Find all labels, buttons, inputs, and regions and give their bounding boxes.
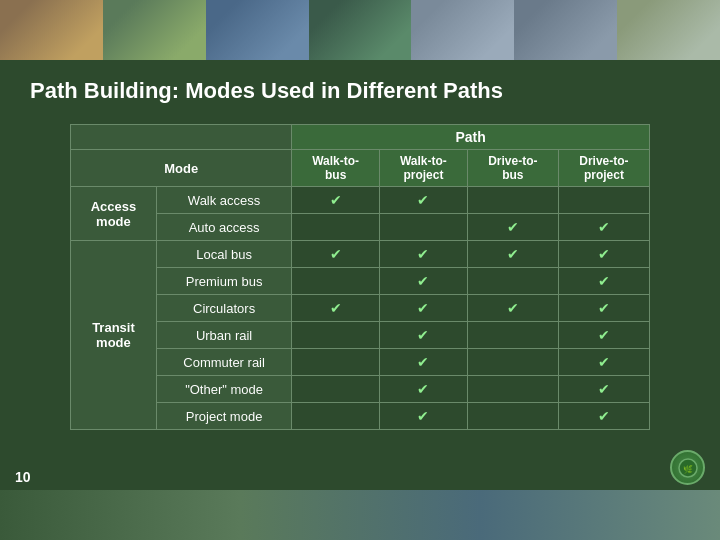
main-container: Path Building: Modes Used in Different P…: [0, 0, 720, 540]
cell-pm-3: [467, 403, 558, 430]
cell-ci-2: ✔: [380, 295, 468, 322]
table-row: Transitmode Local bus ✔ ✔ ✔ ✔: [71, 241, 650, 268]
cell-cr-3: [467, 349, 558, 376]
cell-ur-3: [467, 322, 558, 349]
table-row: Premium bus ✔ ✔: [71, 268, 650, 295]
transit-mode-label: Transitmode: [71, 241, 157, 430]
bottom-photo-strip: [0, 490, 720, 540]
cell-ur-4: ✔: [558, 322, 649, 349]
access-mode-label: Accessmode: [71, 187, 157, 241]
table-row: Circulators ✔ ✔ ✔ ✔: [71, 295, 650, 322]
cell-aa-1: [292, 214, 380, 241]
main-content: Path Building: Modes Used in Different P…: [0, 60, 720, 490]
photo-4: [309, 0, 412, 60]
cell-aa-3: ✔: [467, 214, 558, 241]
urban-rail-label: Urban rail: [156, 322, 291, 349]
cell-ur-1: [292, 322, 380, 349]
cell-ci-1: ✔: [292, 295, 380, 322]
cell-pb-3: [467, 268, 558, 295]
table-row: "Other" mode ✔ ✔: [71, 376, 650, 403]
auto-access-label: Auto access: [156, 214, 291, 241]
modes-table: Path Mode Walk-to-bus Walk-to-project Dr…: [70, 124, 650, 430]
photo-7: [617, 0, 720, 60]
walk-access-label: Walk access: [156, 187, 291, 214]
col-header-2: Walk-to-project: [380, 150, 468, 187]
cell-pm-1: [292, 403, 380, 430]
cell-cr-4: ✔: [558, 349, 649, 376]
premium-bus-label: Premium bus: [156, 268, 291, 295]
path-header: Path: [292, 125, 650, 150]
cell-wa-4: [558, 187, 649, 214]
table-row: Auto access ✔ ✔: [71, 214, 650, 241]
photo-5: [411, 0, 514, 60]
other-mode-label: "Other" mode: [156, 376, 291, 403]
cell-om-2: ✔: [380, 376, 468, 403]
cell-pb-1: [292, 268, 380, 295]
cell-lb-1: ✔: [292, 241, 380, 268]
table-container: Path Mode Walk-to-bus Walk-to-project Dr…: [30, 124, 690, 430]
col-header-1: Walk-to-bus: [292, 150, 380, 187]
cell-om-3: [467, 376, 558, 403]
cell-pm-4: ✔: [558, 403, 649, 430]
local-bus-label: Local bus: [156, 241, 291, 268]
cell-lb-4: ✔: [558, 241, 649, 268]
cell-pm-2: ✔: [380, 403, 468, 430]
cell-aa-4: ✔: [558, 214, 649, 241]
project-mode-label: Project mode: [156, 403, 291, 430]
cell-aa-2: [380, 214, 468, 241]
table-row: Urban rail ✔ ✔: [71, 322, 650, 349]
circulators-label: Circulators: [156, 295, 291, 322]
cell-wa-2: ✔: [380, 187, 468, 214]
cell-pb-2: ✔: [380, 268, 468, 295]
svg-text:🌿: 🌿: [683, 464, 693, 474]
mode-label: Mode: [71, 150, 292, 187]
page-number: 10: [15, 469, 31, 485]
photo-2: [103, 0, 206, 60]
cell-om-4: ✔: [558, 376, 649, 403]
table-row: Project mode ✔ ✔: [71, 403, 650, 430]
table-row: Commuter rail ✔ ✔: [71, 349, 650, 376]
cell-lb-3: ✔: [467, 241, 558, 268]
col-header-3: Drive-to-bus: [467, 150, 558, 187]
cell-pb-4: ✔: [558, 268, 649, 295]
cell-cr-1: [292, 349, 380, 376]
logo-icon: 🌿: [670, 450, 705, 485]
photo-1: [0, 0, 103, 60]
cell-ci-3: ✔: [467, 295, 558, 322]
col-header-4: Drive-to-project: [558, 150, 649, 187]
cell-wa-1: ✔: [292, 187, 380, 214]
cell-lb-2: ✔: [380, 241, 468, 268]
page-title: Path Building: Modes Used in Different P…: [30, 78, 690, 104]
photo-3: [206, 0, 309, 60]
cell-om-1: [292, 376, 380, 403]
cell-cr-2: ✔: [380, 349, 468, 376]
cell-ci-4: ✔: [558, 295, 649, 322]
cell-wa-3: [467, 187, 558, 214]
top-photo-strip: [0, 0, 720, 60]
cell-ur-2: ✔: [380, 322, 468, 349]
mode-header: [71, 125, 292, 150]
photo-6: [514, 0, 617, 60]
commuter-rail-label: Commuter rail: [156, 349, 291, 376]
table-row: Accessmode Walk access ✔ ✔: [71, 187, 650, 214]
